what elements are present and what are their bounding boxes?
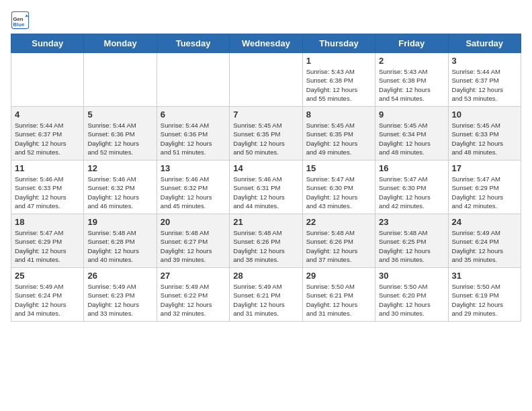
day-of-week-header: Tuesday — [157, 34, 229, 53]
day-info: Sunrise: 5:47 AMSunset: 6:29 PMDaylight:… — [452, 175, 517, 210]
calendar-cell: 16Sunrise: 5:47 AMSunset: 6:30 PMDayligh… — [375, 161, 448, 214]
day-number: 8 — [306, 109, 371, 120]
calendar-cell: 1Sunrise: 5:43 AMSunset: 6:38 PMDaylight… — [302, 53, 375, 107]
day-number: 26 — [87, 271, 152, 281]
day-of-week-header: Friday — [375, 34, 448, 53]
day-info: Sunrise: 5:45 AMSunset: 6:35 PMDaylight:… — [306, 121, 371, 156]
calendar-cell: 18Sunrise: 5:47 AMSunset: 6:29 PMDayligh… — [11, 214, 84, 268]
day-number: 7 — [233, 109, 298, 120]
calendar-cell: 25Sunrise: 5:49 AMSunset: 6:24 PMDayligh… — [11, 268, 84, 322]
day-info: Sunrise: 5:45 AMSunset: 6:33 PMDaylight:… — [452, 121, 517, 156]
day-number: 31 — [452, 271, 517, 281]
calendar-cell: 8Sunrise: 5:45 AMSunset: 6:35 PMDaylight… — [302, 107, 375, 161]
day-number: 20 — [161, 217, 226, 227]
day-number: 3 — [452, 56, 517, 66]
calendar-cell: 9Sunrise: 5:45 AMSunset: 6:34 PMDaylight… — [375, 107, 448, 161]
day-number: 24 — [452, 217, 517, 227]
calendar-cell — [157, 53, 229, 107]
day-info: Sunrise: 5:44 AMSunset: 6:36 PMDaylight:… — [87, 121, 152, 156]
day-number: 22 — [306, 217, 371, 227]
day-number: 2 — [379, 56, 444, 66]
calendar-cell: 5Sunrise: 5:44 AMSunset: 6:36 PMDaylight… — [84, 107, 157, 161]
day-info: Sunrise: 5:49 AMSunset: 6:21 PMDaylight:… — [233, 282, 298, 318]
calendar-cell: 12Sunrise: 5:46 AMSunset: 6:32 PMDayligh… — [84, 161, 157, 214]
day-number: 10 — [452, 109, 517, 120]
day-number: 18 — [15, 217, 80, 227]
day-number: 29 — [306, 271, 371, 281]
day-info: Sunrise: 5:48 AMSunset: 6:26 PMDaylight:… — [233, 228, 298, 264]
calendar-cell: 26Sunrise: 5:49 AMSunset: 6:23 PMDayligh… — [84, 268, 157, 322]
day-info: Sunrise: 5:49 AMSunset: 6:24 PMDaylight:… — [15, 282, 80, 318]
header: Gen Blue — [11, 11, 521, 30]
day-number: 5 — [87, 109, 152, 120]
day-info: Sunrise: 5:47 AMSunset: 6:30 PMDaylight:… — [306, 175, 371, 210]
day-info: Sunrise: 5:43 AMSunset: 6:38 PMDaylight:… — [379, 67, 444, 103]
day-number: 13 — [161, 163, 226, 173]
day-number: 19 — [87, 217, 152, 227]
calendar-cell: 22Sunrise: 5:48 AMSunset: 6:26 PMDayligh… — [302, 214, 375, 268]
day-number: 28 — [233, 271, 298, 281]
day-info: Sunrise: 5:49 AMSunset: 6:24 PMDaylight:… — [452, 228, 517, 264]
day-info: Sunrise: 5:48 AMSunset: 6:28 PMDaylight:… — [87, 228, 152, 264]
calendar-cell: 30Sunrise: 5:50 AMSunset: 6:20 PMDayligh… — [375, 268, 448, 322]
day-number: 27 — [161, 271, 226, 281]
calendar-cell: 28Sunrise: 5:49 AMSunset: 6:21 PMDayligh… — [230, 268, 302, 322]
day-of-week-header: Monday — [84, 34, 157, 53]
calendar-cell: 6Sunrise: 5:44 AMSunset: 6:36 PMDaylight… — [157, 107, 229, 161]
day-number: 17 — [452, 163, 517, 173]
calendar-cell: 19Sunrise: 5:48 AMSunset: 6:28 PMDayligh… — [84, 214, 157, 268]
day-number: 16 — [379, 163, 444, 173]
day-number: 4 — [15, 109, 80, 120]
calendar-cell: 24Sunrise: 5:49 AMSunset: 6:24 PMDayligh… — [448, 214, 521, 268]
day-number: 21 — [233, 217, 298, 227]
logo-icon: Gen Blue — [11, 11, 30, 30]
calendar-cell: 15Sunrise: 5:47 AMSunset: 6:30 PMDayligh… — [302, 161, 375, 214]
day-info: Sunrise: 5:49 AMSunset: 6:23 PMDaylight:… — [87, 282, 152, 318]
day-info: Sunrise: 5:48 AMSunset: 6:27 PMDaylight:… — [161, 228, 226, 264]
day-info: Sunrise: 5:46 AMSunset: 6:32 PMDaylight:… — [87, 175, 152, 210]
day-info: Sunrise: 5:44 AMSunset: 6:36 PMDaylight:… — [161, 121, 226, 156]
calendar-cell: 4Sunrise: 5:44 AMSunset: 6:37 PMDaylight… — [11, 107, 84, 161]
day-info: Sunrise: 5:49 AMSunset: 6:22 PMDaylight:… — [161, 282, 226, 318]
day-number: 30 — [379, 271, 444, 281]
calendar-cell: 27Sunrise: 5:49 AMSunset: 6:22 PMDayligh… — [157, 268, 229, 322]
calendar-table: SundayMondayTuesdayWednesdayThursdayFrid… — [11, 34, 521, 322]
logo: Gen Blue — [11, 11, 32, 30]
calendar-cell: 20Sunrise: 5:48 AMSunset: 6:27 PMDayligh… — [157, 214, 229, 268]
day-info: Sunrise: 5:43 AMSunset: 6:38 PMDaylight:… — [306, 67, 371, 103]
day-info: Sunrise: 5:47 AMSunset: 6:29 PMDaylight:… — [15, 228, 80, 264]
calendar-cell: 29Sunrise: 5:50 AMSunset: 6:21 PMDayligh… — [302, 268, 375, 322]
day-of-week-header: Sunday — [11, 34, 84, 53]
calendar-cell: 21Sunrise: 5:48 AMSunset: 6:26 PMDayligh… — [230, 214, 302, 268]
calendar-cell: 10Sunrise: 5:45 AMSunset: 6:33 PMDayligh… — [448, 107, 521, 161]
day-info: Sunrise: 5:45 AMSunset: 6:34 PMDaylight:… — [379, 121, 444, 156]
day-info: Sunrise: 5:44 AMSunset: 6:37 PMDaylight:… — [15, 121, 80, 156]
svg-text:Blue: Blue — [13, 21, 25, 28]
calendar-cell — [230, 53, 302, 107]
day-info: Sunrise: 5:46 AMSunset: 6:32 PMDaylight:… — [161, 175, 226, 210]
day-number: 12 — [87, 163, 152, 173]
day-info: Sunrise: 5:48 AMSunset: 6:26 PMDaylight:… — [306, 228, 371, 264]
day-info: Sunrise: 5:48 AMSunset: 6:25 PMDaylight:… — [379, 228, 444, 264]
day-info: Sunrise: 5:50 AMSunset: 6:20 PMDaylight:… — [379, 282, 444, 318]
calendar-cell: 17Sunrise: 5:47 AMSunset: 6:29 PMDayligh… — [448, 161, 521, 214]
day-info: Sunrise: 5:50 AMSunset: 6:21 PMDaylight:… — [306, 282, 371, 318]
day-of-week-header: Thursday — [302, 34, 375, 53]
calendar-cell: 7Sunrise: 5:45 AMSunset: 6:35 PMDaylight… — [230, 107, 302, 161]
calendar-cell: 13Sunrise: 5:46 AMSunset: 6:32 PMDayligh… — [157, 161, 229, 214]
day-info: Sunrise: 5:45 AMSunset: 6:35 PMDaylight:… — [233, 121, 298, 156]
calendar-cell: 31Sunrise: 5:50 AMSunset: 6:19 PMDayligh… — [448, 268, 521, 322]
day-info: Sunrise: 5:46 AMSunset: 6:33 PMDaylight:… — [15, 175, 80, 210]
day-of-week-header: Wednesday — [230, 34, 302, 53]
day-number: 1 — [306, 56, 371, 66]
day-info: Sunrise: 5:46 AMSunset: 6:31 PMDaylight:… — [233, 175, 298, 210]
calendar-cell: 3Sunrise: 5:44 AMSunset: 6:37 PMDaylight… — [448, 53, 521, 107]
day-number: 14 — [233, 163, 298, 173]
day-number: 25 — [15, 271, 80, 281]
day-number: 15 — [306, 163, 371, 173]
day-info: Sunrise: 5:50 AMSunset: 6:19 PMDaylight:… — [452, 282, 517, 318]
day-info: Sunrise: 5:44 AMSunset: 6:37 PMDaylight:… — [452, 67, 517, 103]
day-number: 9 — [379, 109, 444, 120]
day-number: 6 — [161, 109, 226, 120]
day-number: 11 — [15, 163, 80, 173]
